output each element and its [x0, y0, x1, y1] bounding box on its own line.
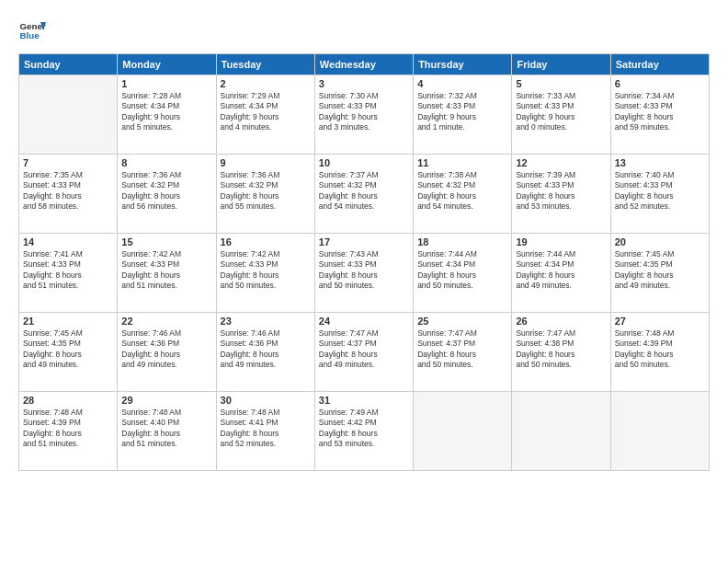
logo-icon: General Blue: [18, 17, 46, 44]
day-info: Sunrise: 7:30 AM Sunset: 4:33 PM Dayligh…: [319, 91, 409, 133]
day-number: 26: [516, 316, 606, 327]
calendar-cell: 5Sunrise: 7:33 AM Sunset: 4:33 PM Daylig…: [512, 75, 610, 155]
calendar-cell: 8Sunrise: 7:36 AM Sunset: 4:32 PM Daylig…: [118, 155, 216, 234]
calendar-cell: [610, 392, 709, 471]
day-number: 1: [121, 78, 211, 89]
calendar-cell: 12Sunrise: 7:39 AM Sunset: 4:33 PM Dayli…: [512, 155, 610, 234]
calendar-cell: 22Sunrise: 7:46 AM Sunset: 4:36 PM Dayli…: [118, 313, 216, 392]
day-number: 23: [221, 316, 311, 327]
day-number: 17: [319, 236, 409, 247]
day-number: 25: [417, 316, 507, 327]
day-info: Sunrise: 7:49 AM Sunset: 4:42 PM Dayligh…: [319, 408, 409, 450]
calendar-cell: 18Sunrise: 7:44 AM Sunset: 4:34 PM Dayli…: [414, 234, 512, 313]
day-number: 6: [615, 78, 705, 89]
day-number: 3: [319, 78, 409, 89]
day-info: Sunrise: 7:42 AM Sunset: 4:33 PM Dayligh…: [121, 249, 211, 292]
calendar-cell: [512, 392, 610, 471]
day-number: 11: [417, 157, 507, 168]
day-info: Sunrise: 7:43 AM Sunset: 4:33 PM Dayligh…: [319, 249, 409, 292]
calendar-cell: 31Sunrise: 7:49 AM Sunset: 4:42 PM Dayli…: [314, 392, 413, 471]
day-number: 14: [23, 236, 113, 247]
svg-text:Blue: Blue: [20, 30, 40, 40]
day-number: 18: [417, 236, 507, 247]
calendar-cell: 24Sunrise: 7:47 AM Sunset: 4:37 PM Dayli…: [314, 313, 413, 392]
day-number: 16: [221, 236, 311, 247]
day-number: 19: [516, 236, 606, 247]
day-number: 10: [319, 157, 409, 168]
day-info: Sunrise: 7:35 AM Sunset: 4:33 PM Dayligh…: [23, 170, 113, 213]
calendar-cell: 13Sunrise: 7:40 AM Sunset: 4:33 PM Dayli…: [610, 155, 709, 234]
calendar-cell: 9Sunrise: 7:36 AM Sunset: 4:32 PM Daylig…: [216, 155, 314, 234]
calendar-week-4: 21Sunrise: 7:45 AM Sunset: 4:35 PM Dayli…: [19, 313, 710, 392]
weekday-header-tuesday: Tuesday: [216, 54, 314, 75]
day-info: Sunrise: 7:34 AM Sunset: 4:33 PM Dayligh…: [615, 91, 705, 133]
calendar-cell: 2Sunrise: 7:29 AM Sunset: 4:34 PM Daylig…: [216, 75, 314, 155]
day-info: Sunrise: 7:46 AM Sunset: 4:36 PM Dayligh…: [221, 328, 311, 371]
day-number: 29: [121, 395, 211, 406]
day-number: 4: [417, 78, 507, 89]
day-number: 21: [23, 316, 113, 327]
calendar-week-2: 7Sunrise: 7:35 AM Sunset: 4:33 PM Daylig…: [19, 155, 710, 234]
day-number: 20: [615, 236, 705, 247]
calendar-cell: 20Sunrise: 7:45 AM Sunset: 4:35 PM Dayli…: [610, 234, 709, 313]
calendar-week-5: 28Sunrise: 7:48 AM Sunset: 4:39 PM Dayli…: [19, 392, 710, 471]
calendar-cell: 1Sunrise: 7:28 AM Sunset: 4:34 PM Daylig…: [118, 75, 216, 155]
day-info: Sunrise: 7:41 AM Sunset: 4:33 PM Dayligh…: [23, 249, 113, 292]
day-number: 13: [615, 157, 705, 168]
logo: General Blue: [18, 17, 46, 44]
calendar-cell: 23Sunrise: 7:46 AM Sunset: 4:36 PM Dayli…: [216, 313, 314, 392]
day-number: 7: [23, 157, 113, 168]
calendar-cell: 27Sunrise: 7:48 AM Sunset: 4:39 PM Dayli…: [610, 313, 709, 392]
calendar-cell: 26Sunrise: 7:47 AM Sunset: 4:38 PM Dayli…: [512, 313, 610, 392]
calendar-cell: 16Sunrise: 7:42 AM Sunset: 4:33 PM Dayli…: [216, 234, 314, 313]
day-number: 24: [319, 316, 409, 327]
day-info: Sunrise: 7:48 AM Sunset: 4:40 PM Dayligh…: [121, 408, 211, 450]
day-info: Sunrise: 7:42 AM Sunset: 4:33 PM Dayligh…: [221, 249, 311, 292]
calendar-cell: 3Sunrise: 7:30 AM Sunset: 4:33 PM Daylig…: [314, 75, 413, 155]
calendar-cell: 30Sunrise: 7:48 AM Sunset: 4:41 PM Dayli…: [216, 392, 314, 471]
day-info: Sunrise: 7:48 AM Sunset: 4:39 PM Dayligh…: [615, 328, 705, 371]
day-number: 2: [221, 78, 311, 89]
calendar-cell: 6Sunrise: 7:34 AM Sunset: 4:33 PM Daylig…: [610, 75, 709, 155]
calendar-week-3: 14Sunrise: 7:41 AM Sunset: 4:33 PM Dayli…: [19, 234, 710, 313]
day-info: Sunrise: 7:45 AM Sunset: 4:35 PM Dayligh…: [615, 249, 705, 292]
calendar-cell: 17Sunrise: 7:43 AM Sunset: 4:33 PM Dayli…: [314, 234, 413, 313]
calendar-cell: 14Sunrise: 7:41 AM Sunset: 4:33 PM Dayli…: [19, 234, 118, 313]
day-info: Sunrise: 7:29 AM Sunset: 4:34 PM Dayligh…: [221, 91, 311, 133]
calendar-cell: 29Sunrise: 7:48 AM Sunset: 4:40 PM Dayli…: [118, 392, 216, 471]
day-info: Sunrise: 7:44 AM Sunset: 4:34 PM Dayligh…: [417, 249, 507, 292]
day-info: Sunrise: 7:32 AM Sunset: 4:33 PM Dayligh…: [417, 91, 507, 133]
day-number: 22: [121, 316, 211, 327]
calendar-cell: 7Sunrise: 7:35 AM Sunset: 4:33 PM Daylig…: [19, 155, 118, 234]
day-info: Sunrise: 7:47 AM Sunset: 4:38 PM Dayligh…: [516, 328, 606, 371]
day-number: 31: [319, 395, 409, 406]
day-number: 5: [516, 78, 606, 89]
weekday-header-row: SundayMondayTuesdayWednesdayThursdayFrid…: [19, 54, 710, 75]
calendar-cell: [19, 75, 118, 155]
day-number: 12: [516, 157, 606, 168]
calendar-week-1: 1Sunrise: 7:28 AM Sunset: 4:34 PM Daylig…: [19, 75, 710, 155]
day-number: 15: [121, 236, 211, 247]
calendar-cell: 15Sunrise: 7:42 AM Sunset: 4:33 PM Dayli…: [118, 234, 216, 313]
day-info: Sunrise: 7:28 AM Sunset: 4:34 PM Dayligh…: [121, 91, 211, 133]
calendar-cell: 19Sunrise: 7:44 AM Sunset: 4:34 PM Dayli…: [512, 234, 610, 313]
day-info: Sunrise: 7:40 AM Sunset: 4:33 PM Dayligh…: [615, 170, 705, 213]
calendar-cell: 21Sunrise: 7:45 AM Sunset: 4:35 PM Dayli…: [19, 313, 118, 392]
calendar-cell: 10Sunrise: 7:37 AM Sunset: 4:32 PM Dayli…: [314, 155, 413, 234]
day-info: Sunrise: 7:36 AM Sunset: 4:32 PM Dayligh…: [221, 170, 311, 213]
day-info: Sunrise: 7:48 AM Sunset: 4:41 PM Dayligh…: [221, 408, 311, 450]
calendar-cell: 11Sunrise: 7:38 AM Sunset: 4:32 PM Dayli…: [414, 155, 512, 234]
calendar-table: SundayMondayTuesdayWednesdayThursdayFrid…: [18, 53, 710, 471]
day-info: Sunrise: 7:48 AM Sunset: 4:39 PM Dayligh…: [23, 408, 113, 450]
weekday-header-monday: Monday: [118, 54, 216, 75]
day-info: Sunrise: 7:33 AM Sunset: 4:33 PM Dayligh…: [516, 91, 606, 133]
calendar-cell: 4Sunrise: 7:32 AM Sunset: 4:33 PM Daylig…: [414, 75, 512, 155]
day-number: 30: [221, 395, 311, 406]
weekday-header-saturday: Saturday: [610, 54, 709, 75]
day-info: Sunrise: 7:39 AM Sunset: 4:33 PM Dayligh…: [516, 170, 606, 213]
day-info: Sunrise: 7:44 AM Sunset: 4:34 PM Dayligh…: [516, 249, 606, 292]
day-info: Sunrise: 7:38 AM Sunset: 4:32 PM Dayligh…: [417, 170, 507, 213]
day-number: 27: [615, 316, 705, 327]
day-info: Sunrise: 7:37 AM Sunset: 4:32 PM Dayligh…: [319, 170, 409, 213]
day-info: Sunrise: 7:45 AM Sunset: 4:35 PM Dayligh…: [23, 328, 113, 371]
